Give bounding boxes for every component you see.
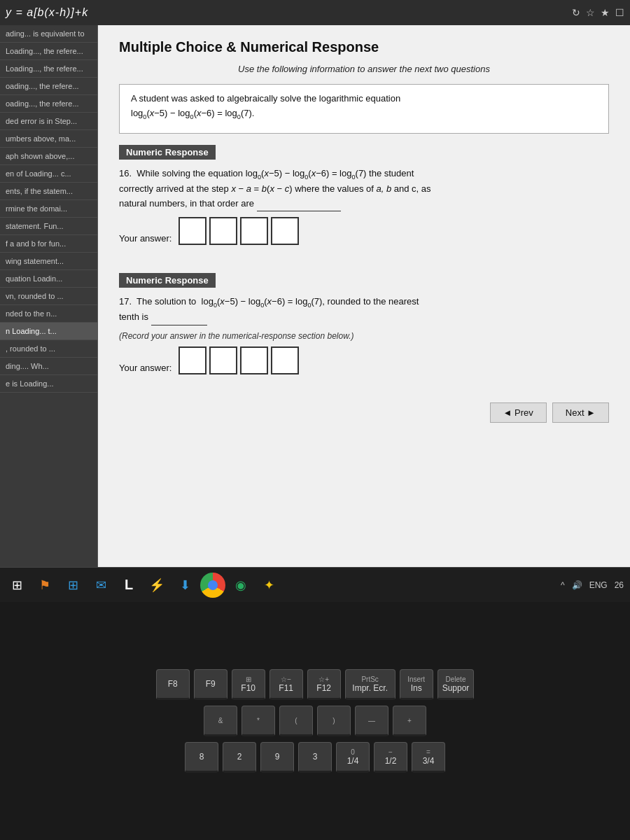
q17-box-1[interactable] [178,346,206,374]
q16-box-1[interactable] [178,217,206,245]
taskbar-mail[interactable]: ✉ [88,573,113,598]
taskbar-flash[interactable]: ⚡ [144,573,169,598]
q17-answer-row: Your answer: [119,346,609,388]
taskbar-grid[interactable]: ⊞ [60,573,85,598]
main-layout: ading... is equivalent to Loading..., th… [0,25,630,567]
key-minus-half[interactable]: − 1/2 [374,742,407,773]
instruction-text: Use the following information to answer … [119,64,609,74]
q17-answer-boxes [178,346,299,374]
key-2[interactable]: 2 [223,742,256,773]
sidebar-item-2[interactable]: Loading..., the refere... [0,43,97,60]
sidebar-item-15[interactable]: quation Loadin... [0,270,97,288]
sidebar-item-4[interactable]: oading..., the refere... [0,78,97,95]
q16-answer-boxes [178,217,299,245]
taskbar-arrow-up: ^ [559,580,567,590]
keyboard-row-fn: F8 F9 ⊞ F10 ☆− F11 ☆+ F12 PrtSc Impr. Ec… [156,669,475,700]
taskbar-number: 26 [612,580,626,590]
bookmark-icon[interactable]: ★ [601,7,610,18]
formula-display: y = a[b(x-h)]+k [6,6,88,19]
taskbar-sound[interactable]: 🔊 [570,580,584,590]
page-title: Multiple Choice & Numerical Response [119,39,609,55]
key-open-paren[interactable]: ( [279,706,313,736]
setup-box: A student was asked to algebraically sol… [119,84,609,134]
key-f11[interactable]: ☆− F11 [270,669,303,700]
q17-text: 17. The solution to log0(x−5) − log0(x−6… [119,295,609,326]
sidebar-item-20[interactable]: ding.... Wh... [0,358,97,375]
top-icon-group: ↻ ☆ ★ ☐ [572,7,624,18]
keyboard-area: F8 F9 ⊞ F10 ☆− F11 ☆+ F12 PrtSc Impr. Ec… [0,602,630,840]
key-0-quarter[interactable]: 0 1/4 [336,742,370,773]
key-close-paren[interactable]: ) [317,706,351,736]
close-icon[interactable]: ☐ [615,7,624,18]
taskbar-lang: ENG [587,580,610,590]
nr-badge-17: Numeric Response [119,273,216,288]
q16-box-2[interactable] [209,217,237,245]
q16-answer-row: Your answer: [119,217,609,259]
numeric-response-label-17: Numeric Response [119,273,609,295]
q17-record-note: (Record your answer in the numerical-res… [119,331,609,341]
q16-text: 16. While solving the equation log0(x−5)… [119,167,609,212]
sidebar-item-16[interactable]: vn, rounded to ... [0,288,97,305]
setup-equation: log0(x−5) − log0(x−6) = log0(7). [131,108,597,120]
refresh-icon[interactable]: ↻ [572,7,580,18]
key-plus[interactable]: + [393,706,426,736]
key-dash[interactable]: — [355,706,388,736]
key-9[interactable]: 9 [260,742,294,773]
key-ampersand[interactable]: & [204,706,237,736]
q17-box-2[interactable] [209,346,237,374]
keyboard-row-symbols: & * ( ) — + [204,706,426,736]
taskbar-chrome[interactable] [200,573,225,598]
top-bar: y = a[b(x-h)]+k ↻ ☆ ★ ☐ [0,0,630,25]
sidebar-item-21[interactable]: e is Loading... [0,375,97,393]
sidebar-item-8[interactable]: aph shown above,... [0,148,97,165]
prev-button[interactable]: ◄ Prev [490,402,547,423]
key-f10[interactable]: ⊞ F10 [232,669,265,700]
sidebar-item-10[interactable]: ents, if the statem... [0,183,97,200]
sidebar-item-3[interactable]: Loading..., the refere... [0,60,97,78]
content-area: Multiple Choice & Numerical Response Use… [98,25,630,567]
sidebar-item-17[interactable]: nded to the n... [0,305,97,323]
sidebar-item-19[interactable]: , rounded to ... [0,340,97,358]
sidebar: ading... is equivalent to Loading..., th… [0,25,98,567]
nav-row: ◄ Prev Next ► [119,402,609,423]
q16-box-4[interactable] [271,217,299,245]
key-delete[interactable]: Delete Suppor [438,669,475,700]
taskbar-right: ^ 🔊 ENG 26 [559,580,626,590]
taskbar-l-app[interactable]: L [116,573,141,598]
key-asterisk[interactable]: * [241,706,275,736]
key-prtsc[interactable]: PrtSc Impr. Ecr. [345,669,396,700]
sidebar-item-12[interactable]: statement. Fun... [0,218,97,235]
key-insert[interactable]: Insert Ins [400,669,433,700]
numeric-response-label-16: Numeric Response [119,145,609,167]
sidebar-item-14[interactable]: wing statement... [0,253,97,270]
taskbar-star[interactable]: ✦ [256,573,281,598]
taskbar: ⊞ ⚑ ⊞ ✉ L ⚡ ⬇ ◉ ✦ ^ 🔊 ENG 26 [0,567,630,602]
sidebar-item-5[interactable]: oading..., the refere... [0,95,97,113]
sidebar-item-13[interactable]: f a and b for fun... [0,235,97,253]
taskbar-start[interactable]: ⊞ [4,573,29,598]
sidebar-item-7[interactable]: umbers above, ma... [0,130,97,148]
key-f12[interactable]: ☆+ F12 [307,669,341,700]
sidebar-item-9[interactable]: en of Loading... c... [0,165,97,183]
taskbar-download[interactable]: ⬇ [172,573,197,598]
star-icon[interactable]: ☆ [586,7,595,18]
sidebar-item-11[interactable]: rmine the domai... [0,200,97,218]
q17-box-3[interactable] [240,346,268,374]
key-f9[interactable]: F9 [194,669,227,700]
next-button[interactable]: Next ► [552,402,609,423]
key-3[interactable]: 3 [298,742,332,773]
keyboard-row-numbers: 8 2 9 3 0 1/4 − 1/2 = 3/4 [185,742,445,773]
q17-answer-label: Your answer: [119,363,172,373]
sidebar-item-6[interactable]: ded error is in Step... [0,113,97,130]
sidebar-item-18[interactable]: n Loading... t... [0,323,97,340]
key-f8[interactable]: F8 [156,669,190,700]
taskbar-flag[interactable]: ⚑ [32,573,57,598]
q17-box-4[interactable] [271,346,299,374]
q16-box-3[interactable] [240,217,268,245]
key-8[interactable]: 8 [185,742,218,773]
q16-answer-label: Your answer: [119,233,172,244]
taskbar-circle[interactable]: ◉ [228,573,253,598]
sidebar-item-1[interactable]: ading... is equivalent to [0,25,97,43]
key-equals-threequarter[interactable]: = 3/4 [412,742,445,773]
nr-badge-16: Numeric Response [119,145,216,160]
